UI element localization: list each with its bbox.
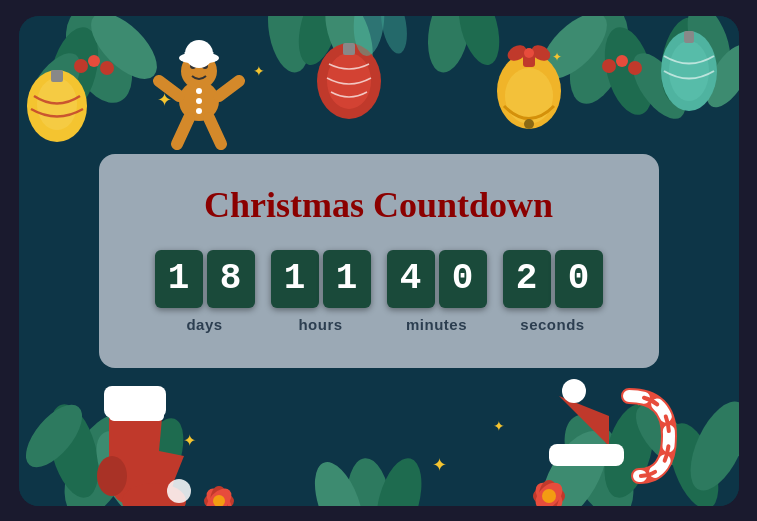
svg-point-12 [88, 55, 100, 67]
svg-point-55 [669, 41, 709, 101]
days-digits: 1 8 [155, 250, 255, 308]
svg-point-78 [196, 98, 202, 104]
svg-point-16 [628, 61, 642, 75]
seconds-unit: 2 0 seconds [503, 250, 603, 333]
svg-text:✦: ✦ [253, 63, 265, 79]
svg-point-11 [74, 59, 88, 73]
svg-line-72 [209, 118, 221, 144]
svg-line-71 [177, 118, 189, 144]
panel-title: Christmas Countdown [149, 184, 609, 226]
svg-point-92 [376, 16, 410, 56]
minutes-label: minutes [406, 316, 467, 333]
card: ✦ ✦ ✦ ✦ ✦ ✦ ✦ ✦ [19, 16, 739, 506]
svg-text:✦: ✦ [182, 432, 195, 449]
svg-rect-56 [684, 31, 694, 43]
minutes-digit-1: 4 [387, 250, 435, 308]
svg-rect-66 [343, 43, 355, 55]
days-label: days [186, 316, 222, 333]
svg-point-85 [97, 456, 127, 496]
svg-rect-82 [51, 70, 63, 82]
svg-point-14 [602, 59, 616, 73]
svg-point-13 [100, 61, 114, 75]
svg-point-79 [196, 108, 202, 114]
svg-point-63 [524, 48, 534, 58]
seconds-label: seconds [520, 316, 584, 333]
countdown-panel: Christmas Countdown 1 8 days 1 1 hours [99, 154, 659, 368]
seconds-digit-2: 0 [555, 250, 603, 308]
countdown-row: 1 8 days 1 1 hours 4 0 minutes [149, 250, 609, 333]
minutes-digits: 4 0 [387, 250, 487, 308]
svg-point-40 [542, 489, 556, 503]
svg-point-77 [196, 88, 202, 94]
svg-text:✦: ✦ [493, 418, 505, 434]
hours-digit-2: 1 [323, 250, 371, 308]
days-unit: 1 8 days [155, 250, 255, 333]
minutes-unit: 4 0 minutes [387, 250, 487, 333]
svg-text:✦: ✦ [552, 50, 562, 64]
svg-line-70 [219, 81, 239, 96]
days-digit-1: 1 [155, 250, 203, 308]
svg-point-90 [167, 479, 191, 503]
svg-point-89 [562, 379, 586, 403]
svg-text:✦: ✦ [431, 455, 446, 475]
minutes-digit-2: 0 [439, 250, 487, 308]
svg-point-15 [616, 55, 628, 67]
hours-unit: 1 1 hours [271, 250, 371, 333]
days-digit-2: 8 [207, 250, 255, 308]
hours-label: hours [298, 316, 342, 333]
svg-point-58 [505, 68, 553, 124]
svg-rect-88 [549, 444, 624, 466]
seconds-digit-1: 2 [503, 250, 551, 308]
svg-point-60 [524, 119, 534, 129]
seconds-digits: 2 0 [503, 250, 603, 308]
hours-digit-1: 1 [271, 250, 319, 308]
svg-rect-86 [104, 386, 166, 418]
hours-digits: 1 1 [271, 250, 371, 308]
